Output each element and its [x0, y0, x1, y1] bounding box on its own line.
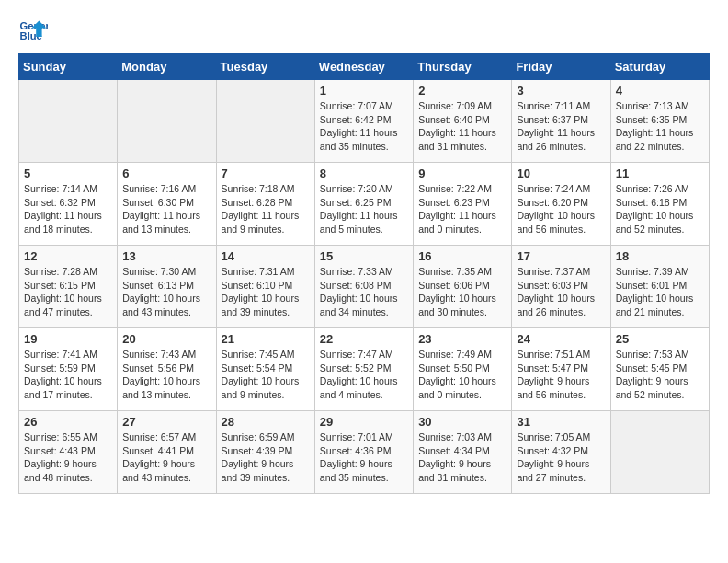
day-detail: Sunrise: 7:43 AM Sunset: 5:56 PM Dayligh… [122, 348, 210, 402]
calendar-week-row: 12Sunrise: 7:28 AM Sunset: 6:15 PM Dayli… [19, 246, 710, 328]
weekday-header: Wednesday [314, 54, 413, 80]
day-number: 23 [418, 332, 506, 346]
day-number: 24 [517, 332, 605, 346]
calendar-cell: 30Sunrise: 7:03 AM Sunset: 4:34 PM Dayli… [414, 411, 512, 494]
calendar-cell: 2Sunrise: 7:09 AM Sunset: 6:40 PM Daylig… [414, 80, 512, 163]
weekday-header: Thursday [414, 54, 512, 80]
day-detail: Sunrise: 7:22 AM Sunset: 6:23 PM Dayligh… [418, 182, 506, 236]
calendar-table: SundayMondayTuesdayWednesdayThursdayFrid… [18, 53, 710, 494]
day-detail: Sunrise: 7:31 AM Sunset: 6:10 PM Dayligh… [222, 265, 310, 319]
calendar-cell [216, 80, 314, 163]
day-detail: Sunrise: 7:39 AM Sunset: 6:01 PM Dayligh… [616, 265, 704, 319]
day-number: 2 [418, 84, 506, 98]
calendar-cell: 22Sunrise: 7:47 AM Sunset: 5:52 PM Dayli… [314, 328, 413, 411]
calendar-cell: 18Sunrise: 7:39 AM Sunset: 6:01 PM Dayli… [610, 246, 709, 328]
calendar-cell: 27Sunrise: 6:57 AM Sunset: 4:41 PM Dayli… [118, 411, 216, 494]
calendar-week-row: 5Sunrise: 7:14 AM Sunset: 6:32 PM Daylig… [19, 163, 710, 246]
calendar-cell: 13Sunrise: 7:30 AM Sunset: 6:13 PM Dayli… [118, 246, 216, 328]
calendar-cell: 28Sunrise: 6:59 AM Sunset: 4:39 PM Dayli… [216, 411, 314, 494]
day-detail: Sunrise: 7:16 AM Sunset: 6:30 PM Dayligh… [122, 182, 210, 236]
day-detail: Sunrise: 7:49 AM Sunset: 5:50 PM Dayligh… [418, 348, 506, 402]
calendar-week-row: 26Sunrise: 6:55 AM Sunset: 4:43 PM Dayli… [19, 411, 710, 494]
calendar-cell: 3Sunrise: 7:11 AM Sunset: 6:37 PM Daylig… [512, 80, 610, 163]
weekday-header: Friday [512, 54, 610, 80]
day-number: 27 [122, 415, 210, 429]
day-detail: Sunrise: 7:18 AM Sunset: 6:28 PM Dayligh… [222, 182, 310, 236]
header: General Blue [18, 15, 710, 44]
day-number: 19 [24, 332, 112, 346]
day-number: 7 [222, 167, 310, 180]
day-detail: Sunrise: 7:13 AM Sunset: 6:35 PM Dayligh… [616, 99, 704, 154]
calendar-cell: 11Sunrise: 7:26 AM Sunset: 6:18 PM Dayli… [610, 163, 709, 246]
day-number: 22 [320, 332, 408, 346]
day-number: 5 [24, 167, 112, 180]
calendar-cell: 25Sunrise: 7:53 AM Sunset: 5:45 PM Dayli… [610, 328, 709, 411]
day-detail: Sunrise: 7:37 AM Sunset: 6:03 PM Dayligh… [517, 265, 605, 319]
weekday-header: Sunday [19, 54, 118, 80]
day-detail: Sunrise: 7:07 AM Sunset: 6:42 PM Dayligh… [320, 99, 408, 154]
calendar-cell: 4Sunrise: 7:13 AM Sunset: 6:35 PM Daylig… [610, 80, 709, 163]
day-detail: Sunrise: 7:45 AM Sunset: 5:54 PM Dayligh… [222, 348, 310, 402]
day-number: 21 [222, 332, 310, 346]
day-number: 1 [320, 84, 408, 98]
calendar-cell: 7Sunrise: 7:18 AM Sunset: 6:28 PM Daylig… [216, 163, 314, 246]
calendar-cell: 1Sunrise: 7:07 AM Sunset: 6:42 PM Daylig… [314, 80, 413, 163]
day-detail: Sunrise: 7:53 AM Sunset: 5:45 PM Dayligh… [616, 348, 704, 402]
day-number: 26 [24, 415, 112, 429]
day-detail: Sunrise: 7:20 AM Sunset: 6:25 PM Dayligh… [320, 182, 408, 236]
day-number: 28 [222, 415, 310, 429]
calendar-cell: 6Sunrise: 7:16 AM Sunset: 6:30 PM Daylig… [118, 163, 216, 246]
day-number: 6 [122, 167, 210, 180]
calendar-cell: 29Sunrise: 7:01 AM Sunset: 4:36 PM Dayli… [314, 411, 413, 494]
day-number: 17 [517, 249, 605, 263]
logo: General Blue [18, 15, 48, 44]
day-detail: Sunrise: 7:35 AM Sunset: 6:06 PM Dayligh… [418, 265, 506, 319]
calendar-cell: 23Sunrise: 7:49 AM Sunset: 5:50 PM Dayli… [414, 328, 512, 411]
day-number: 8 [320, 167, 408, 180]
weekday-header: Saturday [610, 54, 709, 80]
header-row: SundayMondayTuesdayWednesdayThursdayFrid… [19, 54, 710, 80]
day-number: 15 [320, 249, 408, 263]
day-number: 9 [418, 167, 506, 180]
day-number: 25 [616, 332, 704, 346]
day-detail: Sunrise: 7:41 AM Sunset: 5:59 PM Dayligh… [24, 348, 112, 402]
calendar-cell [118, 80, 216, 163]
day-detail: Sunrise: 7:28 AM Sunset: 6:15 PM Dayligh… [24, 265, 112, 319]
day-detail: Sunrise: 7:51 AM Sunset: 5:47 PM Dayligh… [517, 348, 605, 402]
day-number: 4 [616, 84, 704, 98]
day-detail: Sunrise: 7:11 AM Sunset: 6:37 PM Dayligh… [517, 99, 605, 154]
day-detail: Sunrise: 7:01 AM Sunset: 4:36 PM Dayligh… [320, 431, 408, 485]
weekday-header: Monday [118, 54, 216, 80]
day-detail: Sunrise: 7:03 AM Sunset: 4:34 PM Dayligh… [418, 431, 506, 485]
logo-icon: General Blue [18, 15, 48, 44]
day-detail: Sunrise: 7:47 AM Sunset: 5:52 PM Dayligh… [320, 348, 408, 402]
calendar-cell: 17Sunrise: 7:37 AM Sunset: 6:03 PM Dayli… [512, 246, 610, 328]
day-detail: Sunrise: 6:57 AM Sunset: 4:41 PM Dayligh… [122, 431, 210, 485]
day-number: 14 [222, 249, 310, 263]
day-detail: Sunrise: 7:14 AM Sunset: 6:32 PM Dayligh… [24, 182, 112, 236]
calendar-cell: 24Sunrise: 7:51 AM Sunset: 5:47 PM Dayli… [512, 328, 610, 411]
calendar-cell: 15Sunrise: 7:33 AM Sunset: 6:08 PM Dayli… [314, 246, 413, 328]
calendar-cell [19, 80, 118, 163]
calendar-cell: 16Sunrise: 7:35 AM Sunset: 6:06 PM Dayli… [414, 246, 512, 328]
day-number: 11 [616, 167, 704, 180]
day-detail: Sunrise: 6:59 AM Sunset: 4:39 PM Dayligh… [222, 431, 310, 485]
calendar-cell: 10Sunrise: 7:24 AM Sunset: 6:20 PM Dayli… [512, 163, 610, 246]
page: General Blue SundayMondayTuesdayWednesda… [0, 0, 728, 509]
calendar-cell [610, 411, 709, 494]
calendar-cell: 20Sunrise: 7:43 AM Sunset: 5:56 PM Dayli… [118, 328, 216, 411]
day-number: 3 [517, 84, 605, 98]
calendar-cell: 9Sunrise: 7:22 AM Sunset: 6:23 PM Daylig… [414, 163, 512, 246]
calendar-cell: 31Sunrise: 7:05 AM Sunset: 4:32 PM Dayli… [512, 411, 610, 494]
day-detail: Sunrise: 7:26 AM Sunset: 6:18 PM Dayligh… [616, 182, 704, 236]
day-number: 31 [517, 415, 605, 429]
day-number: 30 [418, 415, 506, 429]
calendar-week-row: 1Sunrise: 7:07 AM Sunset: 6:42 PM Daylig… [19, 80, 710, 163]
calendar-cell: 19Sunrise: 7:41 AM Sunset: 5:59 PM Dayli… [19, 328, 118, 411]
day-number: 12 [24, 249, 112, 263]
day-number: 29 [320, 415, 408, 429]
calendar-cell: 21Sunrise: 7:45 AM Sunset: 5:54 PM Dayli… [216, 328, 314, 411]
calendar-cell: 12Sunrise: 7:28 AM Sunset: 6:15 PM Dayli… [19, 246, 118, 328]
day-number: 10 [517, 167, 605, 180]
day-number: 18 [616, 249, 704, 263]
